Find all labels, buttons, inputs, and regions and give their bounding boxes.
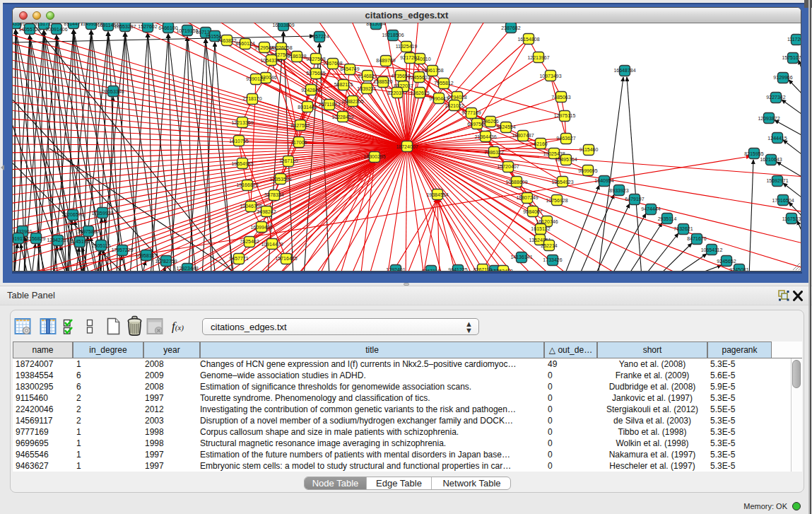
svg-text:1117204: 1117204 (787, 37, 801, 42)
svg-text:22455603: 22455603 (408, 75, 430, 80)
svg-text:1244415: 1244415 (767, 136, 787, 141)
svg-text:2718170: 2718170 (242, 96, 261, 101)
svg-text:19166825: 19166825 (236, 182, 258, 187)
svg-text:9245081: 9245081 (729, 267, 748, 271)
svg-text:1588520: 1588520 (373, 79, 392, 84)
svg-text:8267110: 8267110 (422, 269, 441, 271)
svg-text:8215955: 8215955 (744, 151, 763, 156)
svg-text:20091406: 20091406 (45, 27, 67, 32)
svg-text:9245652: 9245652 (717, 259, 736, 264)
svg-text:8267110: 8267110 (473, 267, 493, 271)
svg-text:10958107: 10958107 (135, 253, 157, 258)
svg-text:5682115: 5682115 (334, 82, 353, 87)
svg-text:1610755: 1610755 (229, 139, 248, 144)
svg-text:9457771: 9457771 (229, 256, 248, 261)
svg-text:17016504: 17016504 (772, 198, 794, 203)
svg-text:16648784: 16648784 (613, 68, 635, 73)
svg-text:3919171: 3919171 (13, 236, 28, 241)
svg-text:10756928: 10756928 (546, 198, 567, 203)
svg-text:17957225: 17957225 (111, 247, 133, 252)
svg-text:19384554: 19384554 (426, 192, 448, 197)
svg-text:17359938: 17359938 (91, 211, 113, 216)
svg-text:15751074: 15751074 (782, 55, 801, 60)
svg-text:2935114: 2935114 (658, 216, 677, 221)
svg-text:8660124: 8660124 (235, 41, 254, 46)
svg-text:746266: 746266 (482, 119, 498, 124)
svg-text:9242848: 9242848 (301, 88, 320, 93)
svg-text:14055724: 14055724 (18, 27, 40, 32)
svg-text:18724007: 18724007 (396, 144, 418, 149)
svg-text:9151711: 9151711 (35, 23, 54, 26)
svg-text:9146821: 9146821 (358, 74, 377, 78)
svg-text:10973493: 10973493 (539, 74, 561, 78)
svg-text:7463822: 7463822 (217, 38, 236, 43)
svg-text:8813054: 8813054 (366, 23, 385, 26)
svg-text:117006: 117006 (291, 140, 307, 145)
svg-text:25882305: 25882305 (341, 99, 363, 104)
svg-text:10688609: 10688609 (505, 180, 527, 185)
svg-text:12213369: 12213369 (231, 120, 253, 125)
svg-text:16033809: 16033809 (272, 23, 294, 28)
svg-text:7986322: 7986322 (484, 150, 503, 155)
svg-text:7485063: 7485063 (551, 95, 570, 100)
svg-text:16782759: 16782759 (155, 259, 177, 264)
svg-text:1145195: 1145195 (71, 239, 90, 244)
svg-text:15692971: 15692971 (766, 178, 788, 183)
svg-text:21364436: 21364436 (474, 134, 496, 139)
svg-text:5875685: 5875685 (306, 71, 325, 76)
svg-text:1839221: 1839221 (357, 86, 376, 91)
svg-text:1640954: 1640954 (594, 178, 613, 183)
svg-text:2505115: 2505115 (92, 243, 111, 248)
svg-text:8489709: 8489709 (376, 58, 395, 63)
svg-text:12093872: 12093872 (758, 116, 779, 121)
svg-text:10046708: 10046708 (240, 204, 261, 209)
svg-text:6466100: 6466100 (158, 25, 177, 30)
svg-text:3624554: 3624554 (496, 124, 515, 129)
svg-text:1156829: 1156829 (27, 236, 46, 241)
svg-text:6794028: 6794028 (447, 95, 466, 100)
svg-text:19654985: 19654985 (231, 161, 253, 166)
svg-text:9217207: 9217207 (400, 55, 419, 60)
svg-text:10228452: 10228452 (331, 115, 353, 119)
svg-text:9990443: 9990443 (429, 96, 448, 101)
svg-text:8427552: 8427552 (290, 123, 310, 128)
svg-text:9390122: 9390122 (246, 76, 265, 81)
svg-text:12353594: 12353594 (269, 177, 291, 182)
svg-text:3498242: 3498242 (257, 209, 276, 214)
svg-text:2367608: 2367608 (323, 61, 342, 66)
svg-text:2643501: 2643501 (13, 23, 25, 26)
svg-text:9227342: 9227342 (766, 95, 785, 100)
svg-text:10914479: 10914479 (261, 242, 283, 247)
svg-text:5878334: 5878334 (264, 192, 283, 197)
svg-text:18300295: 18300295 (363, 154, 385, 159)
svg-text:1362615: 1362615 (410, 90, 429, 95)
svg-text:9084067: 9084067 (523, 209, 542, 214)
svg-text:1733426: 1733426 (543, 257, 562, 262)
svg-text:1615132: 1615132 (531, 226, 550, 231)
svg-text:7632621: 7632621 (673, 226, 693, 231)
svg-text:9474444: 9474444 (641, 206, 660, 211)
svg-text:14136141: 14136141 (510, 255, 532, 259)
svg-text:9699695: 9699695 (578, 168, 597, 173)
svg-text:8220377: 8220377 (387, 90, 406, 95)
svg-text:20053346: 20053346 (102, 89, 124, 94)
svg-text:15495764: 15495764 (555, 157, 577, 162)
svg-text:15720407: 15720407 (497, 164, 519, 169)
svg-text:7955812: 7955812 (434, 81, 453, 86)
svg-text:9463627: 9463627 (556, 136, 575, 141)
svg-text:8454749: 8454749 (340, 66, 359, 71)
svg-text:3267110: 3267110 (279, 158, 298, 163)
svg-text:1292401: 1292401 (386, 267, 405, 271)
svg-text:252214: 252214 (541, 243, 557, 248)
svg-text:1167533: 1167533 (782, 216, 801, 221)
svg-text:7625402: 7625402 (240, 239, 259, 244)
svg-text:4735650: 4735650 (391, 74, 410, 78)
svg-text:8471676: 8471676 (687, 236, 706, 241)
svg-text:16961758: 16961758 (421, 68, 443, 73)
svg-text:12213967: 12213967 (527, 55, 549, 60)
svg-text:10807487: 10807487 (512, 133, 534, 138)
svg-text:6479197: 6479197 (625, 197, 644, 201)
svg-text:20206570: 20206570 (61, 212, 83, 217)
svg-text:62160: 62160 (534, 141, 548, 146)
svg-text:11325419: 11325419 (396, 44, 418, 49)
